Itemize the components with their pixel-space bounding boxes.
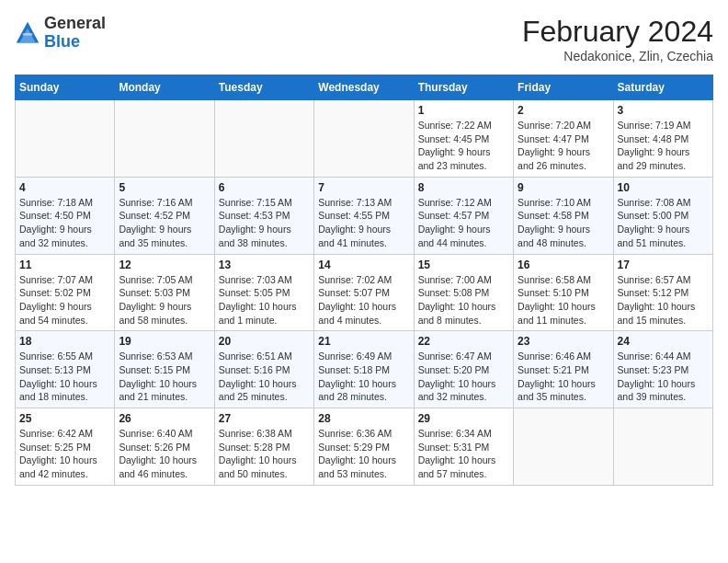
day-info: Sunrise: 6:36 AM Sunset: 5:29 PM Dayligh…	[318, 427, 409, 481]
day-info: Sunrise: 6:38 AM Sunset: 5:28 PM Dayligh…	[219, 427, 310, 481]
day-cell	[314, 100, 414, 178]
calendar-header: SundayMondayTuesdayWednesdayThursdayFrid…	[16, 75, 713, 100]
col-header-tuesday: Tuesday	[214, 75, 313, 100]
col-header-sunday: Sunday	[16, 75, 115, 100]
day-info: Sunrise: 7:16 AM Sunset: 4:52 PM Dayligh…	[119, 196, 210, 250]
day-cell: 22Sunrise: 6:47 AM Sunset: 5:20 PM Dayli…	[414, 331, 513, 408]
day-cell: 3Sunrise: 7:19 AM Sunset: 4:48 PM Daylig…	[613, 100, 712, 178]
day-number: 22	[418, 335, 509, 348]
day-number: 14	[318, 259, 409, 271]
calendar-table: SundayMondayTuesdayWednesdayThursdayFrid…	[15, 75, 713, 486]
day-cell: 11Sunrise: 7:07 AM Sunset: 5:02 PM Dayli…	[16, 254, 115, 331]
day-cell: 6Sunrise: 7:15 AM Sunset: 4:53 PM Daylig…	[214, 177, 313, 254]
day-cell: 20Sunrise: 6:51 AM Sunset: 5:16 PM Dayli…	[214, 331, 313, 408]
week-row: 18Sunrise: 6:55 AM Sunset: 5:13 PM Dayli…	[16, 331, 713, 408]
logo-general: General	[44, 14, 106, 32]
day-info: Sunrise: 7:19 AM Sunset: 4:48 PM Dayligh…	[618, 119, 709, 173]
week-row: 4Sunrise: 7:18 AM Sunset: 4:50 PM Daylig…	[16, 177, 713, 254]
day-info: Sunrise: 7:13 AM Sunset: 4:55 PM Dayligh…	[318, 196, 409, 250]
day-number: 19	[119, 335, 210, 348]
month-title: February 2024	[522, 15, 713, 49]
day-info: Sunrise: 7:03 AM Sunset: 5:05 PM Dayligh…	[219, 273, 310, 327]
day-number: 27	[219, 412, 310, 425]
day-info: Sunrise: 6:46 AM Sunset: 5:21 PM Dayligh…	[518, 350, 609, 404]
day-info: Sunrise: 7:08 AM Sunset: 5:00 PM Dayligh…	[618, 196, 709, 250]
col-header-friday: Friday	[514, 75, 613, 100]
day-cell: 4Sunrise: 7:18 AM Sunset: 4:50 PM Daylig…	[16, 177, 115, 254]
day-number: 25	[19, 412, 110, 425]
day-number: 28	[318, 412, 409, 425]
day-cell: 5Sunrise: 7:16 AM Sunset: 4:52 PM Daylig…	[115, 177, 214, 254]
day-info: Sunrise: 6:51 AM Sunset: 5:16 PM Dayligh…	[219, 350, 310, 404]
col-header-monday: Monday	[115, 75, 214, 100]
day-cell: 15Sunrise: 7:00 AM Sunset: 5:08 PM Dayli…	[414, 254, 513, 331]
day-cell: 14Sunrise: 7:02 AM Sunset: 5:07 PM Dayli…	[314, 254, 414, 331]
svg-rect-2	[23, 33, 33, 36]
day-number: 17	[618, 259, 709, 271]
logo-text: General Blue	[44, 15, 106, 52]
day-info: Sunrise: 7:07 AM Sunset: 5:02 PM Dayligh…	[19, 273, 110, 327]
day-info: Sunrise: 7:20 AM Sunset: 4:47 PM Dayligh…	[518, 119, 609, 173]
day-number: 11	[19, 259, 110, 271]
day-cell: 8Sunrise: 7:12 AM Sunset: 4:57 PM Daylig…	[414, 177, 513, 254]
calendar-body: 1Sunrise: 7:22 AM Sunset: 4:45 PM Daylig…	[16, 100, 713, 486]
day-number: 26	[119, 412, 210, 425]
day-cell: 21Sunrise: 6:49 AM Sunset: 5:18 PM Dayli…	[314, 331, 414, 408]
day-number: 29	[418, 412, 509, 425]
week-row: 1Sunrise: 7:22 AM Sunset: 4:45 PM Daylig…	[16, 100, 713, 178]
week-row: 25Sunrise: 6:42 AM Sunset: 5:25 PM Dayli…	[16, 408, 713, 486]
day-info: Sunrise: 6:42 AM Sunset: 5:25 PM Dayligh…	[19, 427, 110, 481]
day-number: 9	[518, 181, 609, 194]
day-cell: 9Sunrise: 7:10 AM Sunset: 4:58 PM Daylig…	[514, 177, 613, 254]
day-number: 21	[318, 335, 409, 348]
day-number: 8	[418, 181, 509, 194]
day-cell: 19Sunrise: 6:53 AM Sunset: 5:15 PM Dayli…	[115, 331, 214, 408]
day-number: 13	[219, 259, 310, 271]
day-number: 20	[219, 335, 310, 348]
day-info: Sunrise: 6:58 AM Sunset: 5:10 PM Dayligh…	[518, 273, 609, 327]
day-cell	[115, 100, 214, 178]
day-cell: 17Sunrise: 6:57 AM Sunset: 5:12 PM Dayli…	[613, 254, 712, 331]
logo-blue: Blue	[44, 32, 80, 51]
week-row: 11Sunrise: 7:07 AM Sunset: 5:02 PM Dayli…	[16, 254, 713, 331]
day-cell: 10Sunrise: 7:08 AM Sunset: 5:00 PM Dayli…	[613, 177, 712, 254]
day-number: 18	[19, 335, 110, 348]
day-info: Sunrise: 7:02 AM Sunset: 5:07 PM Dayligh…	[318, 273, 409, 327]
day-cell: 23Sunrise: 6:46 AM Sunset: 5:21 PM Dayli…	[514, 331, 613, 408]
day-info: Sunrise: 6:55 AM Sunset: 5:13 PM Dayligh…	[19, 350, 110, 404]
day-number: 3	[618, 104, 709, 117]
day-info: Sunrise: 6:40 AM Sunset: 5:26 PM Dayligh…	[119, 427, 210, 481]
day-number: 12	[119, 259, 210, 271]
day-info: Sunrise: 7:18 AM Sunset: 4:50 PM Dayligh…	[19, 196, 110, 250]
day-cell: 18Sunrise: 6:55 AM Sunset: 5:13 PM Dayli…	[16, 331, 115, 408]
day-info: Sunrise: 7:00 AM Sunset: 5:08 PM Dayligh…	[418, 273, 509, 327]
day-info: Sunrise: 6:47 AM Sunset: 5:20 PM Dayligh…	[418, 350, 509, 404]
day-cell: 12Sunrise: 7:05 AM Sunset: 5:03 PM Dayli…	[115, 254, 214, 331]
day-cell: 27Sunrise: 6:38 AM Sunset: 5:28 PM Dayli…	[214, 408, 313, 486]
day-info: Sunrise: 6:57 AM Sunset: 5:12 PM Dayligh…	[618, 273, 709, 327]
day-info: Sunrise: 6:53 AM Sunset: 5:15 PM Dayligh…	[119, 350, 210, 404]
day-info: Sunrise: 6:34 AM Sunset: 5:31 PM Dayligh…	[418, 427, 509, 481]
day-cell	[214, 100, 313, 178]
day-info: Sunrise: 6:44 AM Sunset: 5:23 PM Dayligh…	[618, 350, 709, 404]
page-header: General Blue February 2024 Nedakonice, Z…	[15, 15, 713, 63]
day-cell: 16Sunrise: 6:58 AM Sunset: 5:10 PM Dayli…	[514, 254, 613, 331]
day-number: 16	[518, 259, 609, 271]
day-cell: 2Sunrise: 7:20 AM Sunset: 4:47 PM Daylig…	[514, 100, 613, 178]
day-cell: 26Sunrise: 6:40 AM Sunset: 5:26 PM Dayli…	[115, 408, 214, 486]
day-cell: 28Sunrise: 6:36 AM Sunset: 5:29 PM Dayli…	[314, 408, 414, 486]
logo: General Blue	[15, 15, 106, 52]
day-cell: 29Sunrise: 6:34 AM Sunset: 5:31 PM Dayli…	[414, 408, 513, 486]
col-header-thursday: Thursday	[414, 75, 513, 100]
day-info: Sunrise: 6:49 AM Sunset: 5:18 PM Dayligh…	[318, 350, 409, 404]
day-number: 23	[518, 335, 609, 348]
day-info: Sunrise: 7:22 AM Sunset: 4:45 PM Dayligh…	[418, 119, 509, 173]
day-number: 24	[618, 335, 709, 348]
day-number: 6	[219, 181, 310, 194]
day-number: 10	[618, 181, 709, 194]
day-cell	[514, 408, 613, 486]
col-header-saturday: Saturday	[613, 75, 712, 100]
day-cell	[16, 100, 115, 178]
day-number: 15	[418, 259, 509, 271]
title-block: February 2024 Nedakonice, Zlin, Czechia	[522, 15, 713, 63]
